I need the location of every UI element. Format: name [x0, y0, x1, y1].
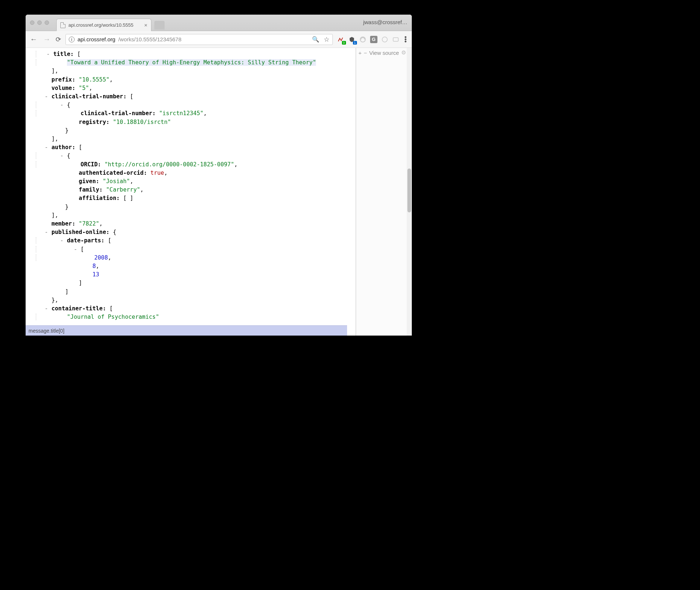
close-window-button[interactable]	[30, 20, 34, 25]
extension-icon-6[interactable]	[392, 36, 399, 43]
json-key-registry: registry:	[79, 119, 109, 125]
json-value-title[interactable]: "Toward a Unified Theory of High-Energy …	[67, 59, 316, 66]
json-viewer[interactable]: - title: [ "Toward a Unified Theory of H…	[26, 48, 356, 336]
collapse-toggle[interactable]: -	[45, 229, 48, 235]
json-value-prefix: "10.5555"	[79, 76, 109, 83]
collapse-toggle[interactable]: -	[45, 144, 48, 151]
collapse-toggle[interactable]: -	[46, 51, 50, 57]
json-viewer-sidebar: + − View source ⚙	[356, 48, 412, 336]
extension-icon-2[interactable]: 1	[348, 36, 355, 43]
json-value-ctn-inner: "isrctn12345"	[159, 110, 203, 117]
json-value-container-title: "Journal of Psychoceramics"	[67, 314, 159, 320]
json-value-auth-orcid: true	[150, 170, 164, 176]
reload-button[interactable]: ⟳	[56, 35, 61, 44]
svg-point-1	[382, 37, 387, 42]
browser-window: api.crossref.org/works/10.5555 × jwass@c…	[26, 15, 412, 336]
site-info-icon[interactable]: i	[69, 37, 75, 42]
window-controls	[30, 20, 49, 25]
json-key-orcid: ORCID:	[80, 161, 101, 168]
json-key-volume: volume:	[52, 85, 75, 91]
json-key-member: member:	[52, 220, 75, 227]
tab-title: api.crossref.org/works/10.5555	[68, 22, 133, 28]
json-value-member: "7822"	[79, 220, 99, 227]
back-button[interactable]: ←	[29, 35, 38, 44]
forward-button[interactable]: →	[42, 35, 51, 44]
collapse-toggle[interactable]: -	[74, 246, 77, 253]
status-bar: message.title[0]	[26, 325, 347, 336]
extension-badge-green: 0	[342, 41, 346, 45]
json-key-date-parts: date-parts:	[67, 237, 105, 244]
json-key-ctn: clinical-trial-number:	[52, 93, 127, 100]
collapse-toggle[interactable]: -	[45, 305, 48, 312]
extension-icon-3[interactable]	[359, 36, 366, 43]
json-key-author: author:	[52, 144, 75, 151]
collapse-toggle[interactable]: -	[45, 93, 48, 100]
status-path: message.title[0]	[29, 328, 64, 334]
json-key-title: title:	[53, 51, 74, 57]
menu-button[interactable]: •••	[403, 36, 408, 43]
json-value-day: 13	[93, 271, 99, 278]
json-value-affiliation: [ ]	[123, 195, 133, 201]
json-key-affiliation: affiliation:	[79, 195, 120, 201]
bookmark-star-icon[interactable]: ☆	[324, 35, 330, 44]
toolbar: ← → ⟳ i api.crossref.org/works/10.5555/1…	[26, 31, 412, 48]
collapse-toggle[interactable]: -	[60, 237, 63, 244]
collapse-toggle[interactable]: -	[60, 152, 63, 159]
zoom-icon[interactable]: 🔍	[312, 36, 319, 43]
gear-icon[interactable]: ⚙	[401, 49, 406, 56]
collapse-toggle[interactable]: -	[60, 102, 63, 108]
page-icon	[60, 22, 65, 28]
json-key-given: given:	[79, 178, 99, 185]
json-value-year: 2008	[94, 254, 108, 261]
address-bar[interactable]: i api.crossref.org/works/10.5555/1234567…	[65, 34, 333, 45]
json-key-family: family:	[79, 186, 102, 193]
view-source-link[interactable]: View source	[369, 50, 399, 56]
extension-badge-blue: 1	[353, 41, 357, 45]
extension-icon-g[interactable]: G	[370, 36, 377, 43]
json-value-registry: "10.18810/isrctn"	[113, 119, 171, 125]
json-value-given: "Josiah"	[103, 178, 130, 185]
json-key-published-online: published-online:	[52, 229, 110, 235]
json-key-ctn-inner: clinical-trial-number:	[80, 110, 155, 117]
json-value-volume: "5"	[79, 85, 89, 91]
minimize-window-button[interactable]	[37, 20, 42, 25]
scrollbar-thumb[interactable]	[407, 169, 411, 212]
extension-icon-1[interactable]: 0	[337, 36, 345, 43]
zoom-window-button[interactable]	[45, 20, 49, 25]
vertical-scrollbar[interactable]	[407, 48, 412, 336]
collapse-all-button[interactable]: −	[364, 50, 367, 56]
svg-rect-2	[393, 38, 398, 41]
title-bar: api.crossref.org/works/10.5555 × jwass@c…	[26, 15, 412, 31]
expand-all-button[interactable]: +	[358, 50, 362, 56]
browser-tab[interactable]: api.crossref.org/works/10.5555 ×	[56, 19, 151, 31]
extension-icons: 0 1 G •••	[337, 36, 408, 43]
json-key-prefix: prefix:	[52, 76, 75, 83]
json-key-auth-orcid: authenticated-orcid:	[79, 170, 147, 176]
url-path: /works/10.5555/12345678	[118, 36, 181, 42]
url-host: api.crossref.org	[78, 36, 115, 42]
json-key-container-title: container-title:	[52, 305, 106, 312]
page-content: - title: [ "Toward a Unified Theory of H…	[26, 48, 412, 336]
new-tab-button[interactable]	[154, 21, 165, 30]
json-value-month: 8	[93, 263, 96, 269]
json-value-family: "Carberry"	[106, 186, 140, 193]
extension-icon-5[interactable]	[381, 36, 388, 43]
json-value-orcid: "http://orcid.org/0000-0002-1825-0097"	[105, 161, 234, 168]
close-tab-button[interactable]: ×	[144, 22, 147, 28]
profile-label[interactable]: jwass@crossref…	[363, 19, 407, 25]
